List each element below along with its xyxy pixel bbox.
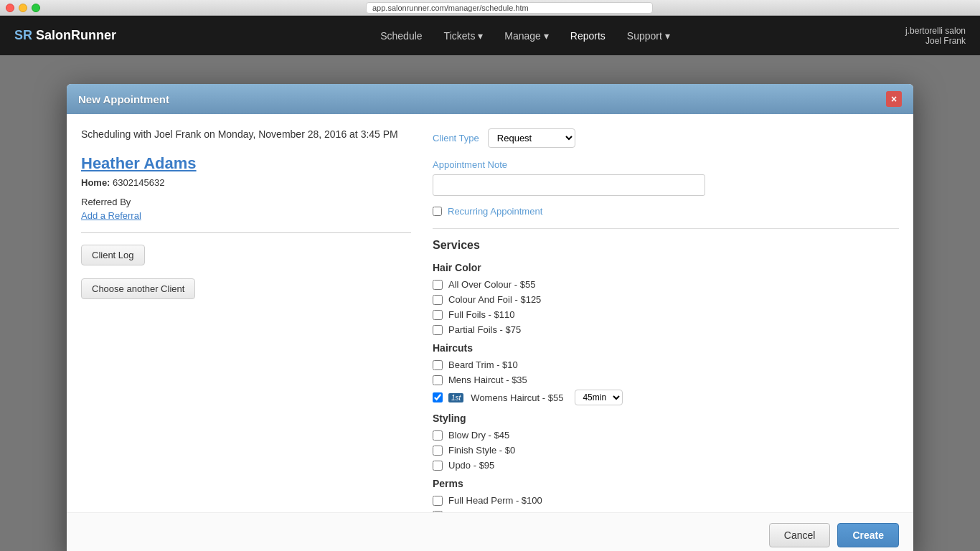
recurring-row: Recurring Appointment [433, 206, 899, 217]
recurring-label: Recurring Appointment [448, 206, 542, 217]
mac-minimize-button[interactable] [19, 4, 27, 12]
service-checkbox-finish-style[interactable] [433, 446, 443, 456]
modal-title: New Appointment [78, 93, 169, 105]
modal-new-appointment: New Appointment × Scheduling with Joel F… [67, 84, 913, 551]
scheduling-info: Scheduling with Joel Frank on Monday, No… [81, 128, 411, 140]
logo-salonrunner: SalonRunner [36, 28, 116, 42]
section-divider [433, 228, 899, 229]
service-label-all-over-colour: All Over Colour - $55 [448, 279, 535, 290]
service-label-mens-haircut: Mens Haircut - $35 [448, 375, 527, 385]
service-full-foils: Full Foils - $110 [433, 309, 899, 320]
service-label-full-head-perm: Full Head Perm - $100 [448, 495, 542, 506]
service-checkbox-beard-trim[interactable] [433, 360, 443, 370]
nav-support[interactable]: Support ▾ [627, 30, 670, 42]
service-label-beard-trim: Beard Trim - $10 [448, 359, 518, 370]
client-log-button[interactable]: Client Log [81, 245, 145, 265]
bg-content: New Appointment × Scheduling with Joel F… [0, 55, 980, 551]
first-badge: 1st [448, 393, 463, 402]
modal-header: New Appointment × [67, 84, 913, 114]
service-checkbox-colour-and-foil[interactable] [433, 295, 443, 305]
category-hair-color: Hair Color [433, 262, 899, 273]
client-type-label: Client Type [433, 133, 479, 143]
nav-tickets[interactable]: Tickets ▾ [444, 30, 484, 42]
service-full-head-perm: Full Head Perm - $100 [433, 495, 899, 506]
mac-titlebar [0, 0, 980, 16]
category-perms: Perms [433, 478, 899, 489]
service-partial-foils: Partial Foils - $75 [433, 324, 899, 335]
modal-overlay: New Appointment × Scheduling with Joel F… [0, 55, 980, 551]
cancel-button[interactable]: Cancel [769, 523, 831, 547]
divider [81, 232, 411, 233]
choose-another-client-button[interactable]: Choose another Client [81, 278, 195, 299]
modal-body: Scheduling with Joel Frank on Monday, No… [67, 114, 913, 512]
service-checkbox-full-head-perm[interactable] [433, 496, 443, 506]
user-salon: j.bertorelli salon [905, 26, 966, 36]
service-beard-trim: Beard Trim - $10 [433, 359, 899, 370]
service-updo: Updo - $95 [433, 460, 899, 471]
app-logo: SR SalonRunner [14, 28, 116, 43]
service-womens-haircut: 1st Womens Haircut - $55 15min 30min 45m… [433, 390, 899, 405]
service-checkbox-all-over-colour[interactable] [433, 280, 443, 290]
service-blow-dry: Blow Dry - $45 [433, 430, 899, 441]
nav-manage[interactable]: Manage ▾ [504, 30, 548, 42]
modal-footer: Cancel Create [67, 512, 913, 551]
client-name[interactable]: Heather Adams [81, 154, 411, 173]
service-label-partial-foils: Partial Foils - $75 [448, 324, 521, 335]
service-label-updo: Updo - $95 [448, 460, 494, 471]
client-phone-number: 6302145632 [113, 177, 164, 188]
service-label-full-foils: Full Foils - $110 [448, 309, 514, 320]
category-styling: Styling [433, 413, 899, 424]
service-checkbox-blow-dry[interactable] [433, 430, 443, 441]
client-phone: Home: 6302145632 [81, 177, 411, 188]
client-type-row: Client Type Request Preferred No Prefere… [433, 128, 899, 148]
mac-close-button[interactable] [6, 4, 14, 12]
recurring-checkbox[interactable] [433, 207, 442, 216]
referred-by-label: Referred By [81, 197, 411, 207]
service-label-colour-and-foil: Colour And Foil - $125 [448, 294, 541, 305]
url-bar [44, 2, 974, 14]
modal-right-panel: Client Type Request Preferred No Prefere… [433, 128, 899, 498]
service-colour-and-foil: Colour And Foil - $125 [433, 294, 899, 305]
service-checkbox-mens-haircut[interactable] [433, 375, 443, 385]
add-referral-link[interactable]: Add a Referral [81, 210, 141, 221]
category-haircuts: Haircuts [433, 342, 899, 354]
service-checkbox-partial-foils[interactable] [433, 325, 443, 335]
service-label-blow-dry: Blow Dry - $45 [448, 430, 509, 441]
service-all-over-colour: All Over Colour - $55 [433, 279, 899, 290]
service-checkbox-womens-haircut[interactable] [433, 392, 443, 402]
modal-left-panel: Scheduling with Joel Frank on Monday, No… [81, 128, 411, 498]
client-phone-label: Home: [81, 177, 110, 188]
client-type-select[interactable]: Request Preferred No Preference [488, 128, 575, 148]
app-user: j.bertorelli salon Joel Frank [905, 26, 966, 46]
appt-note-label: Appointment Note [433, 159, 899, 170]
mac-maximize-button[interactable] [32, 4, 40, 12]
nav-schedule[interactable]: Schedule [380, 30, 422, 42]
service-checkbox-full-foils[interactable] [433, 310, 443, 320]
service-label-womens-haircut: Womens Haircut - $55 [471, 392, 563, 403]
modal-close-button[interactable]: × [886, 91, 902, 107]
service-label-finish-style: Finish Style - $0 [448, 445, 515, 456]
service-checkbox-updo[interactable] [433, 461, 443, 471]
logo-sr: SR [14, 28, 36, 42]
app-header: SR SalonRunner Schedule Tickets ▾ Manage… [0, 16, 980, 55]
user-name: Joel Frank [905, 36, 966, 46]
create-button[interactable]: Create [837, 523, 899, 547]
url-input[interactable] [366, 2, 653, 14]
app-nav: Schedule Tickets ▾ Manage ▾ Reports Supp… [145, 30, 905, 42]
services-title: Services [433, 239, 899, 252]
service-mens-haircut: Mens Haircut - $35 [433, 375, 899, 385]
service-finish-style: Finish Style - $0 [433, 445, 899, 456]
duration-select-womens-haircut[interactable]: 15min 30min 45min 60min 75min 90min [575, 390, 623, 405]
nav-reports[interactable]: Reports [570, 30, 606, 42]
appt-note-input[interactable] [433, 174, 705, 196]
